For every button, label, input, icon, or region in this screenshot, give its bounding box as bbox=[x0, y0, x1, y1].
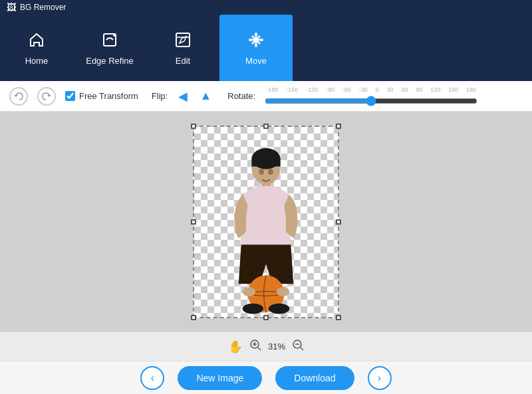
svg-point-9 bbox=[243, 287, 256, 296]
handle-top-mid[interactable] bbox=[263, 124, 269, 129]
app-title: BG Remover bbox=[20, 3, 66, 12]
download-button[interactable]: Download bbox=[275, 366, 354, 390]
app-icon: 🖼 bbox=[7, 2, 16, 13]
undo-button[interactable] bbox=[9, 87, 28, 106]
svg-line-21 bbox=[301, 347, 303, 350]
nav-edge-refine[interactable]: Edge Refine bbox=[73, 15, 146, 81]
new-image-button[interactable]: New Image bbox=[178, 366, 262, 390]
navbar: Home Edge Refine Edit bbox=[0, 15, 532, 81]
footer: ‹ New Image Download › bbox=[0, 361, 532, 394]
home-icon bbox=[27, 31, 46, 52]
next-button[interactable]: › bbox=[368, 366, 392, 390]
handle-mid-left[interactable] bbox=[191, 219, 196, 225]
nav-edit-label: Edit bbox=[176, 56, 190, 66]
handle-bot-left[interactable] bbox=[191, 315, 196, 320]
svg-point-1 bbox=[113, 34, 116, 37]
svg-point-13 bbox=[243, 303, 263, 314]
nav-home[interactable]: Home bbox=[0, 15, 73, 81]
rotate-label: Rotate: bbox=[227, 91, 255, 101]
redo-button[interactable] bbox=[37, 87, 56, 106]
flip-label: Flip: bbox=[152, 91, 168, 101]
svg-line-18 bbox=[258, 347, 261, 350]
prev-button[interactable]: ‹ bbox=[140, 366, 164, 390]
handle-top-left[interactable] bbox=[191, 124, 196, 129]
zoom-percentage: 31% bbox=[268, 342, 285, 351]
nav-move[interactable]: Move bbox=[219, 15, 293, 81]
zoombar: ✋ 31% bbox=[0, 332, 532, 361]
flip-vertical-button[interactable]: ▲ bbox=[200, 89, 211, 103]
person-image bbox=[194, 127, 338, 317]
free-transform-label: Free Transform bbox=[79, 91, 138, 101]
svg-point-11 bbox=[259, 168, 264, 175]
edge-refine-icon bbox=[100, 31, 119, 52]
svg-rect-6 bbox=[251, 158, 280, 166]
handle-mid-right[interactable] bbox=[336, 219, 341, 225]
nav-home-label: Home bbox=[25, 56, 49, 66]
handle-bot-mid[interactable] bbox=[263, 315, 269, 320]
edit-icon bbox=[174, 31, 192, 52]
canvas-area bbox=[0, 112, 532, 332]
zoom-out-button[interactable] bbox=[292, 339, 304, 354]
titlebar: 🖼 BG Remover bbox=[0, 0, 532, 15]
toolbar: Free Transform Flip: ◀ ▲ Rotate: -180-15… bbox=[0, 81, 532, 112]
hand-tool-icon[interactable]: ✋ bbox=[228, 340, 243, 354]
free-transform-checkbox[interactable] bbox=[65, 91, 75, 101]
zoom-in-button[interactable] bbox=[249, 339, 261, 354]
nav-move-label: Move bbox=[245, 56, 267, 66]
move-icon bbox=[247, 31, 265, 52]
svg-point-10 bbox=[277, 287, 290, 296]
svg-rect-2 bbox=[176, 33, 190, 47]
rotate-track: -180-150-120-90-60-300306090120150180 bbox=[265, 87, 477, 106]
rotate-slider[interactable] bbox=[265, 96, 477, 106]
svg-point-14 bbox=[269, 303, 289, 314]
nav-edit[interactable]: Edit bbox=[146, 15, 219, 81]
free-transform-checkbox-label[interactable]: Free Transform bbox=[65, 91, 138, 101]
flip-horizontal-button[interactable]: ◀ bbox=[178, 89, 188, 104]
handle-top-right[interactable] bbox=[336, 124, 341, 129]
image-container[interactable] bbox=[193, 126, 339, 318]
nav-edge-refine-label: Edge Refine bbox=[86, 56, 134, 66]
svg-point-12 bbox=[268, 168, 273, 175]
handle-bot-right[interactable] bbox=[336, 315, 341, 320]
